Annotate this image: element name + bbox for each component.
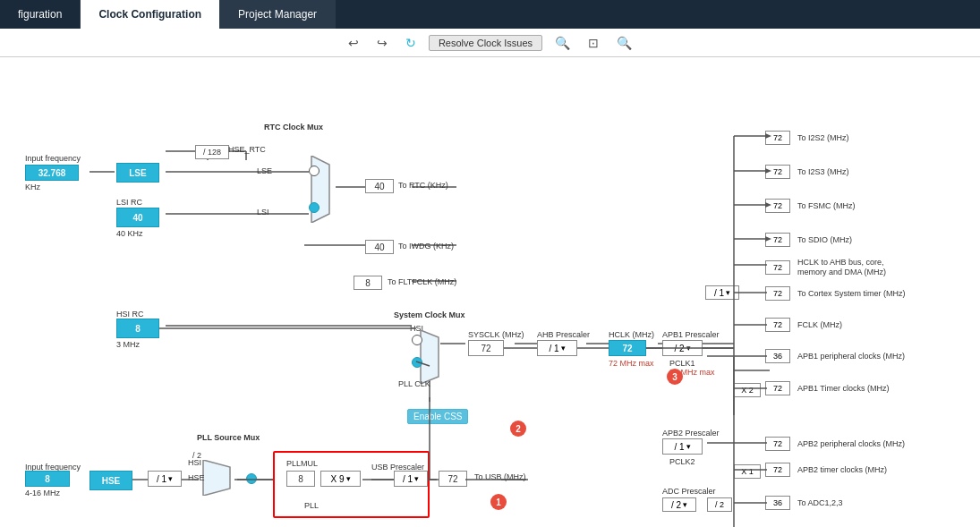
apb2-peri-row: 72 APB2 peripheral clocks (MHz) — [765, 437, 901, 451]
nav-tab-configuration[interactable]: figuration — [0, 0, 81, 29]
i2s3-val: 72 — [765, 165, 790, 179]
svg-marker-26 — [203, 460, 230, 496]
pclk2-label: PCLK2 — [669, 457, 695, 466]
hse-block[interactable]: HSE — [89, 471, 132, 490]
redo-button[interactable]: ↪ — [371, 34, 393, 52]
pll-label: PLL — [304, 501, 319, 510]
to-usb-label: To USB (MHz) — [474, 472, 526, 481]
i2s2-val: 72 — [765, 131, 790, 145]
apb1-timer-val: 72 — [765, 381, 790, 395]
apb1-prescaler-dropdown[interactable]: / 2 — [662, 340, 703, 356]
sdio-label: To SDIO (MHz) — [797, 235, 852, 244]
zoom-in-button[interactable]: 🔍 — [550, 34, 575, 52]
rtc-out-val: 40 — [365, 179, 394, 193]
adc-prescaler-label: ADC Prescaler — [662, 487, 716, 496]
sysclk-val: 72 — [468, 340, 504, 356]
lsi-rc-label: LSI RC — [116, 198, 142, 207]
hsi-rc-block[interactable]: 8 — [116, 319, 159, 338]
ahb-prescaler-label: AHB Prescaler — [537, 330, 590, 339]
nav-tab-project[interactable]: Project Manager — [220, 0, 336, 29]
adc-prescaler-dropdown[interactable]: / 2 — [662, 497, 696, 512]
refresh-button[interactable]: ↻ — [400, 34, 422, 52]
pll-div1-dropdown[interactable]: / 1 — [148, 471, 182, 487]
to-iwdg-label: To IWDG (KHz) — [398, 242, 454, 251]
apb1-peri-label: APB1 peripheral clocks (MHz) — [797, 352, 905, 361]
clock-config-canvas: Input frequency 32.768 KHz LSE LSI RC 40… — [0, 57, 980, 527]
pllmul-val: 8 — [286, 471, 315, 487]
adc-div-val: / 2 — [707, 497, 732, 512]
div128-block: / 128 — [195, 145, 229, 159]
input-freq-top-label: Input frequency — [25, 154, 81, 163]
adc-row: 36 To ADC1,2,3 — [765, 496, 839, 510]
fsmc-label: To FSMC (MHz) — [797, 201, 856, 210]
sys-clock-mux-label: System Clock Mux — [394, 310, 465, 319]
apb2-prescaler-dropdown[interactable]: / 1 — [662, 438, 703, 455]
rtc-mux-svg — [303, 156, 338, 223]
ahb-prescaler-dropdown[interactable]: / 1 — [537, 340, 577, 356]
hclk-max-label: 72 MHz max — [609, 359, 654, 368]
hclk-ahb-val: 72 — [765, 260, 790, 275]
apb1-prescaler-label: APB1 Prescaler — [662, 330, 720, 339]
cortex-val: 72 — [765, 286, 790, 301]
mhz-range-label: 4-16 MHz — [25, 489, 60, 497]
fsmc-row: 72 To FSMC (MHz) — [765, 199, 852, 213]
apb1-timer-label: APB1 Timer clocks (MHz) — [797, 384, 890, 393]
svg-marker-25 — [421, 330, 439, 384]
to-fltfclk-label: To FLTFCLK (MHz) — [388, 277, 456, 286]
x2-apb1-block: X 2 — [734, 383, 761, 397]
hclk-label: HCLK (MHz) — [609, 330, 654, 339]
apb2-peri-label: APB2 peripheral clocks (MHz) — [797, 439, 905, 448]
hse-input-value[interactable]: 8 — [25, 471, 70, 487]
pll-mux-radio[interactable] — [246, 473, 257, 484]
zoom-out-button[interactable]: 🔍 — [611, 34, 637, 52]
sdio-top-row: 72 To SDIO (MHz) — [765, 233, 848, 247]
apb2-timer-val: 72 — [765, 463, 790, 477]
nav-tab-clock[interactable]: Clock Configuration — [81, 0, 220, 29]
lsi-block[interactable]: 40 — [116, 208, 159, 227]
cortex-label: To Cortex System timer (MHz) — [797, 289, 906, 298]
iwdg-out-val: 40 — [365, 240, 394, 254]
hse-pll-label: HSE — [188, 473, 205, 482]
i2s3-row: 72 To I2S3 (MHz) — [765, 165, 846, 179]
x1-apb2-block: X 1 — [734, 464, 761, 479]
rtc-clock-mux-label: RTC Clock Mux — [264, 123, 323, 132]
hclk-val[interactable]: 72 — [609, 340, 646, 356]
hclk-ahb-label: HCLK to AHB bus, core, memory and DMA (M… — [797, 258, 914, 277]
x9-dropdown[interactable]: X 9 — [320, 471, 361, 487]
hsi-rc-label: HSI RC — [116, 310, 144, 319]
pll-clk-label: PLL CLK — [398, 379, 430, 388]
i2s2-label: To I2S2 (MHz) — [797, 133, 849, 142]
lse-mux-label: LSE — [257, 166, 272, 175]
apb1-timer-row: 72 APB1 Timer clocks (MHz) — [765, 381, 886, 395]
lse-input-value[interactable]: 32.768 — [25, 165, 79, 181]
lse-block[interactable]: LSE — [116, 163, 159, 183]
rtc-mux-radio-lse[interactable] — [309, 166, 320, 176]
lsi-40khz-label: 40 KHz — [116, 229, 143, 238]
rtc-mux-radio-lsi[interactable] — [309, 202, 320, 213]
sys-mux-radio-hsi[interactable] — [412, 335, 422, 345]
i2s2-row: 72 To I2S2 (MHz) — [765, 131, 846, 145]
toolbar: ↩ ↪ ↻ Resolve Clock Issues 🔍 ⊡ 🔍 — [0, 29, 980, 57]
apb1-peri-row: 36 APB1 peripheral clocks (MHz) — [765, 349, 901, 363]
usb-div-dropdown[interactable]: / 1 — [394, 471, 428, 487]
undo-button[interactable]: ↩ — [343, 34, 364, 52]
fsmc-val: 72 — [765, 199, 790, 213]
fclk-val: 72 — [765, 318, 790, 332]
adc-label: To ADC1,2,3 — [797, 498, 843, 507]
enable-css-button[interactable]: Enable CSS — [407, 409, 468, 424]
zoom-fit-button[interactable]: ⊡ — [583, 34, 604, 52]
badge-2: 2 — [510, 421, 526, 437]
fclk-label: FCLK (MHz) — [797, 320, 842, 329]
apb2-peri-val: 72 — [765, 437, 790, 451]
sdio-val: 72 — [765, 233, 790, 247]
badge-3: 3 — [667, 369, 683, 385]
pll-source-mux-label: PLL Source Mux — [197, 433, 260, 442]
apb2-timer-row: 72 APB2 timer clocks (MHz) — [765, 463, 883, 477]
adc-val: 36 — [765, 496, 790, 510]
to-rtc-label: To RTC (KHz) — [398, 181, 448, 190]
i2s3-label: To I2S3 (MHz) — [797, 167, 849, 176]
sys-mux-radio-pll[interactable] — [412, 357, 422, 368]
cortex-div-dropdown[interactable]: / 1 — [705, 285, 739, 300]
resolve-clock-button[interactable]: Resolve Clock Issues — [429, 35, 542, 51]
hclk-ahb-row: 72 HCLK to AHB bus, core, memory and DMA… — [765, 258, 910, 277]
